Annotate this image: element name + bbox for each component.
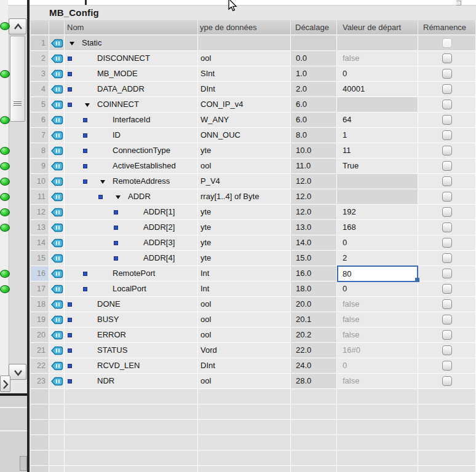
empty-cell[interactable] [65,450,198,466]
empty-cell[interactable] [31,420,49,435]
row-number-cell[interactable]: 12 [31,205,49,220]
empty-cell[interactable] [337,450,418,466]
name-cell[interactable]: DONE [65,297,198,312]
row-number-cell[interactable]: 1 [31,36,49,51]
row-number-cell[interactable]: 18 [31,297,49,312]
retain-checkbox[interactable] [442,222,452,232]
name-cell[interactable]: ADDR [65,189,198,205]
name-cell[interactable]: RCVD_LEN [65,358,198,374]
type-cell[interactable]: yte [198,205,291,220]
type-cell[interactable]: CON_IP_v4 [198,97,291,112]
retain-checkbox[interactable] [442,315,452,324]
retain-checkbox[interactable] [442,53,452,63]
retain-checkbox[interactable] [442,207,452,217]
start-value-cell[interactable] [337,174,418,189]
type-cell[interactable]: ONN_OUC [198,128,291,143]
empty-cell[interactable] [291,389,337,404]
empty-cell[interactable] [49,466,65,472]
name-cell[interactable]: ERROR [65,328,198,343]
type-cell[interactable]: Int [198,266,291,281]
empty-cell[interactable] [65,420,198,435]
name-cell[interactable]: ADDR[3] [65,235,198,251]
start-value-cell[interactable] [337,97,418,112]
empty-cell[interactable] [291,450,337,466]
start-value-cell[interactable]: 11 [337,143,418,159]
row-number-cell[interactable]: 5 [31,97,49,112]
empty-cell[interactable] [418,466,476,472]
empty-cell[interactable] [198,389,291,404]
retain-checkbox[interactable] [442,376,452,386]
name-cell[interactable]: ADDR[2] [65,220,198,235]
header-cell-name[interactable]: Nom [65,20,198,35]
retain-checkbox[interactable] [442,345,452,355]
row-number-cell[interactable]: 13 [31,220,49,235]
empty-cell[interactable] [418,389,476,404]
name-cell[interactable]: RemotePort [65,266,198,281]
empty-cell[interactable] [49,420,65,435]
retain-checkbox[interactable] [442,284,452,294]
retain-checkbox[interactable] [442,269,452,278]
edit-fill-handle[interactable] [415,278,419,282]
empty-cell[interactable] [31,435,49,450]
empty-cell[interactable] [49,435,65,450]
start-value-cell[interactable]: false [337,51,418,66]
retain-checkbox[interactable] [442,130,452,140]
start-value-cell[interactable]: 0 [337,358,418,374]
name-cell[interactable]: ConnectionType [65,143,198,159]
empty-cell[interactable] [31,466,49,472]
start-value-cell[interactable]: false [337,374,418,389]
row-number-cell[interactable]: 6 [31,112,49,128]
type-cell[interactable]: Int [198,281,291,297]
empty-cell[interactable] [65,389,198,404]
retain-checkbox[interactable] [442,176,452,186]
retain-checkbox[interactable] [442,146,452,155]
empty-cell[interactable] [418,450,476,466]
row-number-cell[interactable]: 4 [31,82,49,97]
type-cell[interactable]: DInt [198,358,291,374]
empty-cell[interactable] [337,404,418,420]
name-cell[interactable]: ADDR[1] [65,205,198,220]
empty-cell[interactable] [198,450,291,466]
type-cell[interactable]: DInt [198,82,291,97]
name-cell[interactable]: Static [65,36,198,51]
start-value-cell[interactable]: 168 [337,220,418,235]
header-cell-blank[interactable] [31,20,49,35]
empty-cell[interactable] [31,404,49,420]
row-number-cell[interactable]: 14 [31,235,49,251]
name-cell[interactable]: DATA_ADDR [65,82,198,97]
name-cell[interactable]: ActiveEstablished [65,159,198,174]
start-value-cell[interactable]: false [337,297,418,312]
start-value-cell[interactable] [337,189,418,205]
empty-cell[interactable] [49,404,65,420]
scroll-up-button[interactable] [9,18,26,34]
row-number-cell[interactable]: 20 [31,328,49,343]
empty-cell[interactable] [65,435,198,450]
type-cell[interactable]: yte [198,220,291,235]
empty-cell[interactable] [198,404,291,420]
retain-checkbox[interactable] [442,253,452,263]
retain-checkbox[interactable] [442,38,452,48]
name-cell[interactable]: COINNECT [65,97,198,112]
retain-checkbox[interactable] [442,161,452,171]
name-cell[interactable]: MB_MODE [65,66,198,82]
row-number-cell[interactable]: 8 [31,143,49,159]
empty-cell[interactable] [337,420,418,435]
empty-cell[interactable] [337,389,418,404]
row-number-cell[interactable]: 9 [31,159,49,174]
vertical-scrollbar-thumb[interactable] [10,36,25,122]
row-number-cell[interactable]: 7 [31,128,49,143]
empty-cell[interactable] [65,404,198,420]
start-value-edit-input[interactable]: 80 [337,266,418,282]
retain-checkbox[interactable] [442,238,452,248]
retain-checkbox[interactable] [442,84,452,94]
empty-cell[interactable] [198,466,291,472]
type-cell[interactable]: ool [198,312,291,328]
type-cell[interactable]: yte [198,235,291,251]
type-cell[interactable]: yte [198,251,291,266]
empty-cell[interactable] [291,404,337,420]
name-cell[interactable]: InterfaceId [65,112,198,128]
type-cell[interactable]: Vord [198,343,291,358]
type-cell[interactable]: yte [198,143,291,159]
name-cell[interactable]: ADDR[4] [65,251,198,266]
name-cell[interactable]: NDR [65,374,198,389]
